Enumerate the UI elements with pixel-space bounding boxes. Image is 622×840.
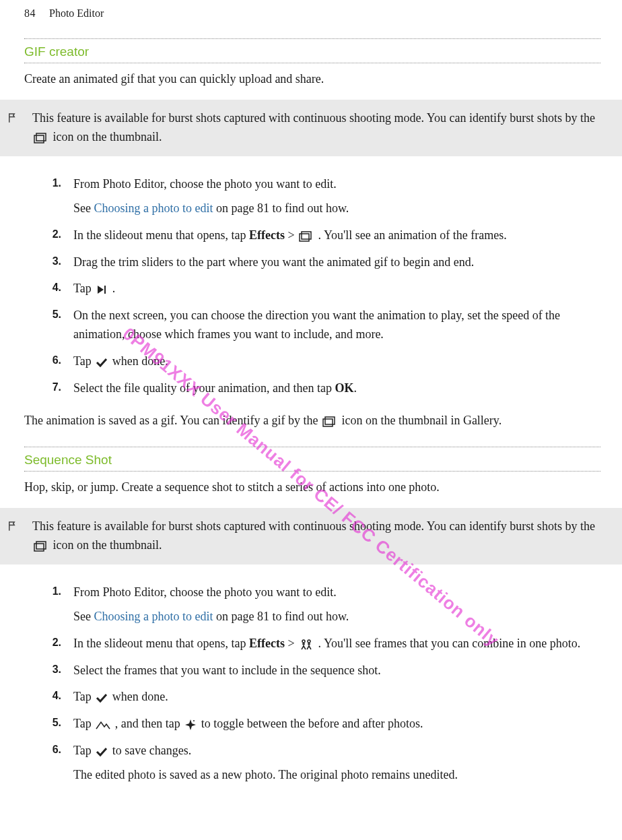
gif-step4-text: Tap .	[73, 280, 600, 298]
gif-step7-post: .	[353, 381, 357, 395]
list-item: 4. Tap when done.	[24, 684, 600, 711]
gif-step3-text: Drag the trim sliders to the part where …	[73, 253, 600, 272]
seq-step2-pre: In the slideout menu that opens, tap	[73, 637, 249, 650]
gif-closing: The animation is saved as a gif. You can…	[24, 412, 600, 430]
seq-intro: Hop, skip, or jump. Create a sequence sh…	[24, 478, 600, 497]
seq-step6-post: to save changes.	[109, 744, 191, 757]
svg-rect-7	[325, 417, 335, 424]
step-number: 4.	[24, 280, 61, 298]
mountain-icon	[96, 719, 110, 730]
svg-rect-5	[104, 286, 106, 294]
step-number: 7.	[24, 379, 61, 398]
seq-step1-subtext: See Choosing a photo to edit on page 81 …	[73, 608, 600, 626]
effects-label: Effects	[249, 637, 285, 650]
seq-note-post: icon on the thumbnail.	[53, 538, 162, 552]
gif-step2-pre: In the slideout menu that opens, tap	[73, 228, 249, 242]
seq-step5-mid: , and then tap	[112, 717, 183, 730]
list-item: 2. In the slideout menu that opens, tap …	[24, 631, 600, 657]
gif-steps: 1. From Photo Editor, choose the photo y…	[24, 171, 600, 402]
seq-note: This feature is available for burst shot…	[0, 508, 622, 564]
step-number: 1.	[24, 175, 61, 218]
step-number: 5.	[24, 715, 61, 734]
seq-step5-pre: Tap	[73, 717, 94, 730]
page-number: 84	[24, 5, 36, 22]
seq-note-text: This feature is available for burst shot…	[32, 517, 610, 555]
svg-point-11	[308, 640, 310, 643]
seq-step2-text: In the slideout menu that opens, tap Eff…	[73, 635, 600, 653]
svg-rect-1	[36, 133, 46, 141]
gif-note: This feature is available for burst shot…	[0, 100, 622, 156]
seq-heading: Sequence Shot	[24, 450, 600, 470]
seq-step6-note: The edited photo is saved as a new photo…	[73, 766, 600, 785]
svg-rect-2	[300, 234, 309, 241]
gif-heading: GIF creator	[24, 42, 600, 61]
list-item: 5. Tap , and then tap to toggle between …	[24, 711, 600, 738]
step-number: 4.	[24, 688, 61, 707]
sequence-figure-icon	[299, 638, 314, 651]
list-item: 6. Tap when done.	[24, 348, 600, 375]
list-item: 1. From Photo Editor, choose the photo y…	[24, 171, 600, 222]
choosing-photo-link[interactable]: Choosing a photo to edit	[94, 201, 213, 215]
burst-stack-icon	[34, 541, 48, 552]
seq-step1-text: From Photo Editor, choose the photo you …	[73, 583, 600, 602]
seq-step3-text: Select the frames that you want to inclu…	[73, 661, 600, 680]
gif-closing-post: icon on the thumbnail in Gallery.	[339, 414, 502, 427]
list-item: 3. Drag the trim sliders to the part whe…	[24, 249, 600, 276]
list-item: 5. On the next screen, you can choose th…	[24, 302, 600, 348]
seq-step5-post: to toggle between the before and after p…	[198, 717, 423, 730]
check-icon	[96, 692, 108, 704]
check-icon	[96, 356, 108, 368]
burst-stack-icon	[322, 416, 337, 427]
seq-step4-post: when done.	[109, 690, 168, 703]
seq-step2-mid: >	[285, 637, 298, 650]
page-header: 84 Photo Editor	[0, 0, 622, 22]
gif-step1b-pre: See	[73, 201, 94, 215]
check-icon	[96, 746, 108, 758]
svg-point-10	[302, 640, 305, 643]
sparkle-icon	[184, 719, 197, 731]
seq-step4-text: Tap when done.	[73, 688, 600, 707]
svg-marker-4	[98, 286, 104, 294]
gif-step2-text: In the slideout menu that opens, tap Eff…	[73, 226, 600, 245]
gif-step7-pre: Select the file quality of your animatio…	[73, 381, 335, 395]
seq-step6-pre: Tap	[73, 744, 94, 757]
gif-step2-mid: >	[285, 228, 298, 242]
seq-note-pre: This feature is available for burst shot…	[32, 519, 595, 533]
effects-label: Effects	[249, 228, 285, 242]
ok-label: OK	[335, 381, 353, 395]
step-number: 2.	[24, 635, 61, 653]
seq-step5-text: Tap , and then tap to toggle between the…	[73, 715, 600, 734]
page-title: Photo Editor	[49, 5, 104, 22]
gif-step6-text: Tap when done.	[73, 352, 600, 371]
gif-note-post: icon on the thumbnail.	[53, 130, 162, 143]
list-item: 7. Select the file quality of your anima…	[24, 375, 600, 402]
list-item: 1. From Photo Editor, choose the photo y…	[24, 579, 600, 631]
svg-rect-8	[34, 544, 44, 551]
step-number: 1.	[24, 583, 61, 626]
gif-section-head: GIF creator	[24, 38, 600, 63]
svg-rect-9	[36, 542, 46, 549]
step-number: 2.	[24, 226, 61, 245]
play-next-icon	[96, 284, 108, 296]
seq-steps: 1. From Photo Editor, choose the photo y…	[24, 579, 600, 789]
gif-note-pre: This feature is available for burst shot…	[32, 111, 595, 125]
step-number: 3.	[24, 661, 61, 680]
gif-step2-post: . You'll see an animation of the frames.	[315, 228, 507, 242]
seq-step6-text: Tap to save changes.	[73, 742, 600, 761]
list-item: 2. In the slideout menu that opens, tap …	[24, 222, 600, 249]
gif-closing-pre: The animation is saved as a gif. You can…	[24, 414, 321, 427]
seq-step1b-post: on page 81 to find out how.	[213, 610, 349, 623]
step-number: 6.	[24, 352, 61, 371]
svg-rect-0	[34, 135, 44, 143]
svg-rect-6	[323, 419, 333, 426]
gif-step4-pre: Tap	[73, 282, 94, 295]
gif-intro: Create an animated gif that you can quic…	[24, 70, 600, 89]
step-number: 3.	[24, 253, 61, 272]
gif-step4-post: .	[109, 282, 115, 295]
svg-point-13	[193, 720, 195, 721]
choosing-photo-link[interactable]: Choosing a photo to edit	[94, 610, 213, 623]
seq-step2-post: . You'll see frames that you can combine…	[315, 637, 580, 650]
gif-step7-text: Select the file quality of your animatio…	[73, 379, 600, 398]
list-item: 6. Tap to save changes. The edited photo…	[24, 738, 600, 789]
seq-step4-pre: Tap	[73, 690, 94, 703]
